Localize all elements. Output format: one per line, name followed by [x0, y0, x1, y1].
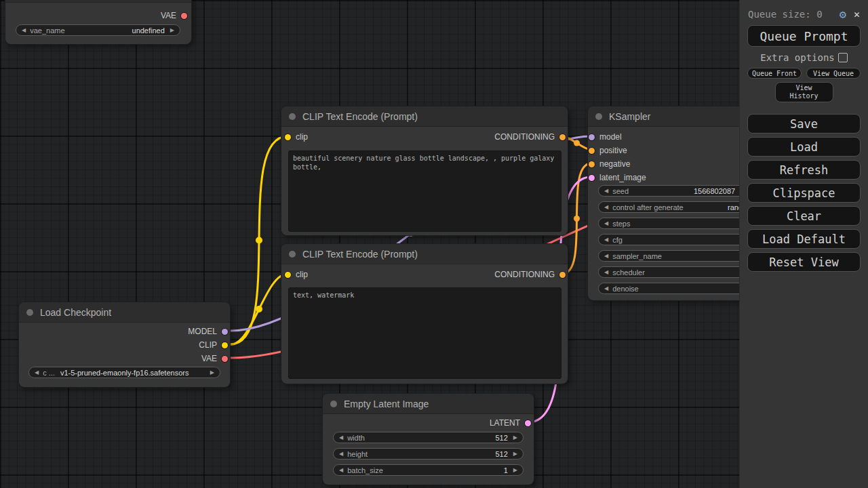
clipspace-button[interactable]: Clipspace [747, 183, 861, 203]
queue-prompt-button[interactable]: Queue Prompt [747, 25, 861, 47]
width-widget[interactable]: ◀ width 512 ▶ [333, 432, 524, 443]
widget-label: height [347, 450, 368, 458]
load-button[interactable]: Load [747, 137, 861, 157]
positive-input-dot[interactable] [589, 148, 595, 154]
widget-value: 512 [495, 434, 513, 442]
reset-view-button[interactable]: Reset View [747, 252, 861, 272]
positive-prompt-textarea[interactable]: beautiful scenery nature glass bottle la… [288, 150, 561, 232]
stepper-right-icon[interactable]: ▶ [513, 467, 517, 473]
stepper-left-icon[interactable]: ◀ [604, 188, 608, 194]
collapse-dot[interactable] [595, 113, 602, 120]
node-load-vae[interactable]: VAE ◀ vae_name undefined ▶ [5, 0, 191, 44]
vae-output-dot[interactable] [181, 13, 187, 19]
stepper-left-icon[interactable]: ◀ [604, 204, 608, 210]
stepper-left-icon[interactable]: ◀ [604, 253, 608, 259]
clip-input-dot[interactable] [285, 134, 291, 140]
port-label: MODEL [188, 327, 217, 336]
queue-front-button[interactable]: Queue Front [747, 68, 802, 79]
settings-gear-icon[interactable]: ⚙ [840, 9, 846, 20]
load-default-button[interactable]: Load Default [747, 229, 861, 249]
batch-size-widget[interactable]: ◀ batch_size 1 ▶ [333, 464, 524, 476]
clip-output-dot[interactable] [222, 342, 228, 348]
collapse-dot[interactable] [289, 113, 296, 120]
latent-image-input-port[interactable]: latent_image [589, 173, 646, 182]
node-title: Load Checkpoint [40, 307, 111, 318]
clip-input-port[interactable]: clip [285, 270, 308, 279]
port-label: clip [296, 270, 308, 279]
collapse-dot[interactable] [289, 251, 296, 258]
node-clip-text-encode-negative[interactable]: CLIP Text Encode (Prompt) clip CONDITION… [281, 244, 568, 384]
vae-output-port[interactable]: VAE [201, 354, 228, 363]
model-output-dot[interactable] [222, 329, 228, 335]
node-title-bar[interactable]: CLIP Text Encode (Prompt) [281, 106, 568, 127]
stepper-left-icon[interactable]: ◀ [339, 434, 343, 441]
node-title-bar[interactable]: Empty Latent Image [323, 394, 534, 414]
stepper-right-icon[interactable]: ▶ [513, 434, 517, 441]
clip-input-dot[interactable] [285, 272, 291, 278]
port-label: latent_image [599, 173, 646, 182]
conditioning-output-port[interactable]: CONDITIONING [494, 132, 566, 142]
negative-prompt-textarea[interactable]: text, watermark [288, 287, 561, 379]
latent-input-dot[interactable] [589, 175, 595, 181]
negative-input-dot[interactable] [589, 161, 595, 167]
comfy-menu: Queue size: 0 ⚙ ✕ Queue Prompt Extra opt… [739, 0, 868, 488]
model-input-dot[interactable] [589, 134, 595, 140]
conditioning-output-port[interactable]: CONDITIONING [494, 270, 566, 279]
stepper-right-icon[interactable]: ▶ [513, 451, 517, 457]
widget-label: control after generate [612, 203, 684, 211]
stepper-left-icon[interactable]: ◀ [35, 369, 39, 375]
latent-output-dot[interactable] [525, 420, 531, 426]
height-widget[interactable]: ◀ height 512 ▶ [333, 448, 524, 460]
node-title: KSampler [609, 111, 650, 122]
stepper-right-icon[interactable]: ▶ [210, 369, 214, 375]
stepper-left-icon[interactable]: ◀ [339, 451, 343, 457]
port-label: clip [296, 132, 308, 142]
view-queue-button[interactable]: View Queue [806, 68, 861, 79]
stepper-left-icon[interactable]: ◀ [22, 27, 26, 33]
port-label: CLIP [199, 340, 217, 350]
stepper-left-icon[interactable]: ◀ [604, 220, 608, 226]
vae-output-dot[interactable] [222, 356, 228, 362]
stepper-left-icon[interactable]: ◀ [604, 237, 608, 243]
clip-input-port[interactable]: clip [285, 132, 308, 142]
widget-label: cfg [612, 236, 623, 244]
latent-output-port[interactable]: LATENT [490, 418, 531, 428]
model-output-port[interactable]: MODEL [188, 327, 228, 336]
clear-button[interactable]: Clear [747, 206, 861, 226]
widget-label: c ... [43, 369, 55, 377]
stepper-left-icon[interactable]: ◀ [604, 285, 608, 291]
widget-label: steps [612, 220, 630, 228]
port-label: negative [599, 159, 630, 169]
stepper-right-icon[interactable]: ▶ [170, 27, 174, 33]
widget-value: 512 [495, 450, 513, 458]
node-title-bar[interactable] [5, 0, 191, 3]
model-input-port[interactable]: model [589, 132, 622, 142]
view-history-button[interactable]: View History [775, 82, 833, 102]
widget-label: seed [612, 187, 629, 195]
stepper-left-icon[interactable]: ◀ [604, 269, 608, 275]
node-title-bar[interactable]: Load Checkpoint [19, 302, 230, 323]
collapse-dot[interactable] [26, 309, 33, 316]
port-label: VAE [161, 11, 176, 20]
node-clip-text-encode-positive[interactable]: CLIP Text Encode (Prompt) clip CONDITION… [281, 106, 568, 235]
vae-output-port[interactable]: VAE [161, 11, 187, 20]
negative-input-port[interactable]: negative [589, 159, 630, 169]
conditioning-output-dot[interactable] [559, 134, 566, 140]
refresh-button[interactable]: Refresh [747, 160, 861, 180]
vae-name-widget[interactable]: ◀ vae_name undefined ▶ [16, 24, 180, 36]
node-empty-latent-image[interactable]: Empty Latent Image LATENT ◀ width 512 ▶ … [323, 394, 534, 485]
clip-output-port[interactable]: CLIP [199, 340, 228, 350]
collapse-dot[interactable] [330, 401, 337, 407]
stepper-left-icon[interactable]: ◀ [339, 467, 343, 473]
extra-options-checkbox[interactable] [838, 53, 848, 62]
positive-input-port[interactable]: positive [589, 146, 627, 155]
node-title-bar[interactable]: CLIP Text Encode (Prompt) [281, 244, 568, 264]
save-button[interactable]: Save [747, 114, 861, 134]
node-load-checkpoint[interactable]: Load Checkpoint MODEL CLIP VAE ◀ c ... v… [19, 302, 230, 387]
conditioning-output-dot[interactable] [559, 272, 566, 278]
widget-value: 1 [504, 466, 513, 474]
close-icon[interactable]: ✕ [854, 8, 860, 20]
ckpt-name-widget[interactable]: ◀ c ... v1-5-pruned-emaonly-fp16.safeten… [28, 367, 220, 378]
node-title: CLIP Text Encode (Prompt) [302, 111, 418, 122]
queue-size-label: Queue size: 0 [748, 9, 840, 20]
